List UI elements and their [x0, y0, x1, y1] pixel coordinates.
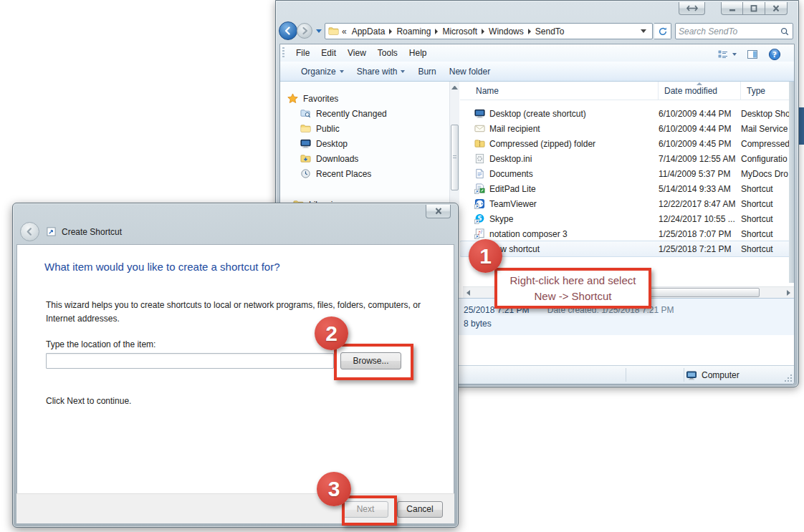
minimize-button[interactable]	[721, 2, 743, 15]
toolbar-share-with[interactable]: Share with	[350, 64, 412, 79]
crumb-sendto[interactable]: SendTo	[532, 26, 568, 37]
help-button[interactable]: ?	[768, 48, 781, 61]
sidebar-item-public[interactable]: Public	[280, 121, 449, 136]
status-computer: Computer	[686, 366, 740, 385]
file-row-documents[interactable]: Documents 11/4/2009 5:37 PM MyDocs Dro	[460, 166, 792, 181]
column-header-date-modified[interactable]: Date modified	[659, 82, 741, 100]
address-dropdown-caret[interactable]	[641, 29, 646, 33]
recent-pages-caret[interactable]	[316, 29, 322, 33]
cancel-button[interactable]: Cancel	[397, 501, 443, 518]
search-icon[interactable]	[780, 26, 790, 37]
file-type: Desktop Sho	[741, 109, 792, 119]
step-1-text-line-2: New -> Shortcut	[535, 289, 612, 304]
file-name: Skype	[489, 214, 513, 224]
sidebar-label: Downloads	[316, 154, 358, 164]
sidebar-item-downloads[interactable]: Downloads	[280, 151, 449, 166]
breadcrumb[interactable]: « AppDataRoamingMicrosoftWindowsSendTo	[325, 23, 653, 39]
preview-pane-button[interactable]	[746, 49, 759, 60]
column-headers: NameDate modifiedType	[460, 82, 792, 100]
skype-icon: S	[474, 213, 485, 224]
back-button[interactable]	[279, 21, 297, 40]
crumb-windows[interactable]: Windows	[485, 26, 527, 37]
scroll-up-icon[interactable]	[451, 86, 458, 90]
file-row-desktop-create-shortcut[interactable]: Desktop (create shortcut) 6/10/2009 4:44…	[460, 106, 792, 121]
menu-view[interactable]: View	[342, 46, 372, 60]
menu-tools[interactable]: Tools	[372, 46, 403, 60]
crumb-microsoft[interactable]: Microsoft	[439, 26, 481, 37]
menu-help[interactable]: Help	[403, 46, 433, 60]
file-row-new-shortcut[interactable]: New shortcut 1/25/2018 7:21 PM Shortcut	[460, 241, 792, 256]
file-type: Shortcut	[741, 244, 792, 254]
toolbar-burn[interactable]: Burn	[411, 64, 442, 79]
file-date-modified: 11/4/2009 5:37 PM	[659, 169, 741, 179]
mail-icon	[474, 123, 485, 134]
file-row-skype[interactable]: SSkype 12/24/2017 10:55 ... Shortcut	[460, 211, 792, 226]
next-hint: Click Next to continue.	[46, 396, 131, 406]
file-name: Mail recipient	[489, 124, 540, 134]
file-row-editpad-lite[interactable]: EditPad Lite 5/14/2014 9:33 AM Shortcut	[460, 181, 792, 196]
file-date-modified: 6/10/2009 4:45 PM	[659, 139, 741, 149]
location-label: Type the location of the item:	[46, 339, 155, 349]
file-row-mail-recipient[interactable]: Mail recipient 6/10/2009 4:44 PM Mail Se…	[460, 121, 792, 136]
document-icon	[474, 168, 485, 179]
file-date-modified: 5/14/2014 9:33 AM	[659, 184, 741, 194]
desktop-icon	[300, 138, 311, 149]
sidebar-item-recent-places[interactable]: Recent Places	[280, 166, 449, 181]
views-button[interactable]	[717, 49, 737, 60]
dialog-back-button[interactable]	[20, 222, 39, 241]
sidebar-item-desktop[interactable]: Desktop	[280, 136, 449, 151]
status-separator	[626, 368, 626, 382]
column-header-name[interactable]: Name	[460, 82, 659, 100]
resize-grip[interactable]	[784, 374, 793, 382]
crumb-roaming[interactable]: Roaming	[393, 26, 434, 37]
toolbar-new-folder[interactable]: New folder	[443, 64, 497, 79]
recent-places-icon	[300, 168, 311, 179]
background-window-sliver	[799, 107, 804, 145]
step-1-text-line-1: Right-click here and select	[510, 273, 636, 289]
file-row-notation-composer-3[interactable]: ♪♪notation composer 3 1/25/2018 7:07 PM …	[460, 226, 792, 241]
file-date-modified: 12/22/2017 8:47 AM	[659, 199, 741, 209]
double-arrow-icon	[686, 4, 699, 12]
svg-text:?: ?	[772, 51, 777, 59]
file-row-teamviewer[interactable]: TeamViewer 12/22/2017 8:47 AM Shortcut	[460, 196, 792, 211]
file-date-modified: 12/24/2017 10:55 ...	[659, 214, 741, 224]
file-list: Desktop (create shortcut) 6/10/2009 4:44…	[460, 106, 792, 283]
back-arrow-icon	[283, 26, 293, 36]
step-3-highlight-box	[342, 495, 397, 526]
recently-changed-icon	[300, 108, 311, 119]
sidebar-scroll-thumb[interactable]	[451, 125, 459, 190]
scroll-right-icon[interactable]	[787, 290, 790, 296]
crumb-appdata[interactable]: AppData	[348, 26, 389, 37]
menubar-grip	[282, 47, 284, 59]
refresh-button[interactable]	[654, 23, 671, 39]
file-type: Shortcut	[741, 229, 792, 239]
file-date-modified: 6/10/2009 4:44 PM	[659, 124, 741, 134]
file-row-compressed-zipped-folder[interactable]: Compressed (zipped) folder 6/10/2009 4:4…	[460, 136, 792, 151]
computer-icon	[686, 369, 697, 381]
toolbar-organize[interactable]: Organize	[295, 64, 350, 79]
file-name: TeamViewer	[489, 199, 537, 209]
close-button[interactable]	[765, 2, 788, 15]
maximize-button[interactable]	[743, 2, 765, 15]
size-value: 8 bytes	[464, 319, 794, 329]
restore-arrows-button[interactable]	[679, 2, 705, 15]
wizard-heading: What item would you like to create a sho…	[44, 261, 279, 273]
desktop-icon	[474, 108, 485, 119]
search-input[interactable]	[679, 26, 780, 37]
dialog-close-button[interactable]	[426, 205, 451, 218]
step-1-badge: 1	[469, 239, 502, 273]
sidebar-item-recently-changed[interactable]: Recently Changed	[280, 106, 449, 121]
close-icon	[434, 208, 443, 215]
file-type: Shortcut	[741, 214, 792, 224]
forward-button[interactable]	[297, 23, 312, 39]
menu-file[interactable]: File	[290, 46, 315, 60]
file-row-desktop-ini[interactable]: Desktop.ini 7/14/2009 12:55 AM Configura…	[460, 151, 792, 166]
file-date-modified: 1/25/2018 7:07 PM	[659, 229, 741, 239]
scroll-left-icon[interactable]	[466, 290, 470, 296]
file-type: MyDocs Dro	[741, 169, 792, 179]
menu-edit[interactable]: Edit	[315, 46, 342, 60]
sidebar-item-favorites[interactable]: Favorites	[280, 91, 449, 106]
star-icon	[287, 93, 298, 104]
location-input[interactable]	[46, 353, 334, 369]
column-header-type[interactable]: Type	[741, 82, 792, 100]
